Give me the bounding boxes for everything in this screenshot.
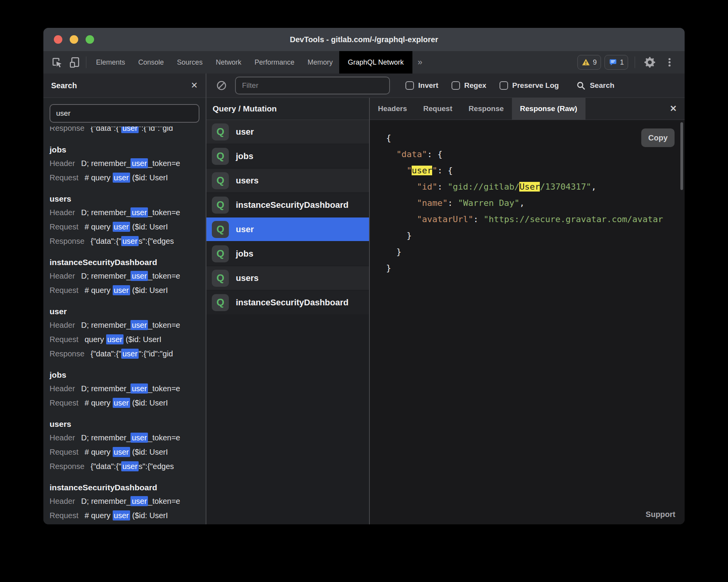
query-badge-icon: Q (212, 172, 229, 189)
result-group-title[interactable]: users (50, 419, 206, 429)
checkbox-label: Regex (464, 81, 486, 90)
search-results: jobsHeaderD; remember_user_token=eReques… (50, 145, 206, 523)
tab-elements[interactable]: Elements (89, 51, 132, 74)
result-line-header[interactable]: HeaderD; remember_user_token=e (50, 494, 206, 508)
devtools-tabs: ElementsConsoleSourcesNetworkPerformance… (89, 51, 412, 74)
minimize-window-button[interactable] (70, 35, 78, 44)
inspect-element-icon[interactable] (49, 54, 65, 70)
detail-panel-close-icon[interactable]: ✕ (670, 104, 677, 114)
query-list-item-jobs[interactable]: Qjobs (206, 144, 369, 168)
checkbox-invert[interactable]: Invert (405, 81, 438, 90)
detail-tab-response-raw[interactable]: Response (Raw) (512, 98, 585, 120)
query-panel-title: Query / Mutation (213, 104, 277, 113)
result-group-users: usersHeaderD; remember_user_token=eReque… (50, 419, 206, 474)
result-line-label: Header (50, 433, 75, 442)
title-bar: DevTools - gitlab.com/-/graphql-explorer (43, 28, 685, 51)
query-list-item-user[interactable]: Quser (206, 120, 369, 144)
device-toolbar-icon[interactable] (67, 54, 83, 70)
copy-button[interactable]: Copy (641, 128, 675, 147)
detail-scrollbar-thumb[interactable] (680, 122, 683, 190)
clear-log-icon[interactable] (213, 77, 230, 94)
result-group-title[interactable]: user (50, 307, 206, 316)
tabbar-spacer (428, 51, 577, 74)
query-list-item-jobs[interactable]: Qjobs (206, 242, 369, 265)
zoom-window-button[interactable] (86, 35, 94, 44)
json-line: } (386, 260, 685, 276)
search-control-label: Search (590, 81, 614, 90)
tab-graphql-network[interactable]: GraphQL Network (339, 51, 412, 74)
result-line-response[interactable]: Response{"data":{"user":{"id":"gid (50, 347, 206, 361)
query-list-item-users[interactable]: Qusers (206, 266, 369, 290)
toolbar-icons (43, 51, 83, 74)
result-line-request[interactable]: Request# query user ($id: UserI (50, 396, 206, 410)
search-panel-close-icon[interactable]: ✕ (191, 81, 198, 90)
tab-performance[interactable]: Performance (248, 51, 301, 74)
query-list-item-users[interactable]: Qusers (206, 169, 369, 192)
json-line: { (386, 130, 685, 146)
kebab-menu-icon[interactable] (661, 54, 678, 70)
result-line-request[interactable]: Request# query user ($id: UserI (50, 508, 206, 523)
result-group-title[interactable]: users (50, 194, 206, 204)
match-highlight: user (113, 398, 130, 408)
result-line-request[interactable]: Request# query user ($id: UserI (50, 283, 206, 298)
search-control[interactable]: Search (576, 80, 614, 91)
result-line-header[interactable]: HeaderD; remember_user_token=e (50, 269, 206, 283)
query-badge-icon: Q (212, 270, 229, 287)
more-tabs-chevron-icon[interactable]: » (412, 51, 428, 74)
detail-tab-request[interactable]: Request (415, 98, 460, 120)
settings-gear-icon[interactable] (642, 54, 658, 70)
result-group-title[interactable]: instanceSecurityDashboard (50, 258, 206, 267)
tab-network[interactable]: Network (209, 51, 248, 74)
query-list-item-instancesecuritydashboard[interactable]: QinstanceSecurityDashboard (206, 193, 369, 217)
filter-input[interactable] (235, 77, 390, 94)
result-line-label: Header (50, 272, 75, 280)
clipped-result-line[interactable]: Response{"data":{"user":{"id":"gid (50, 127, 206, 136)
result-line-request[interactable]: Requestquery user ($id: UserI (50, 332, 206, 347)
detail-tab-response[interactable]: Response (460, 98, 512, 120)
result-line-label: Request (50, 335, 79, 344)
result-group-title[interactable]: jobs (50, 145, 206, 154)
query-item-label: instanceSecurityDashboard (236, 298, 349, 308)
checkbox-preserve-log[interactable]: Preserve Log (500, 81, 559, 90)
query-list-item-instancesecuritydashboard[interactable]: QinstanceSecurityDashboard (206, 291, 369, 314)
search-panel-header: Search ✕ (43, 74, 206, 98)
query-badge-icon: Q (212, 123, 229, 140)
result-line-label: Response (50, 237, 84, 245)
tabbar-right-controls: 9 1 (577, 51, 685, 74)
query-list-item-user[interactable]: Quser (206, 217, 369, 241)
filter-checkboxes: InvertRegexPreserve Log (405, 81, 559, 90)
search-input[interactable] (50, 104, 199, 123)
support-link[interactable]: Support (646, 510, 675, 519)
issues-badge[interactable]: 1 (604, 55, 628, 70)
checkbox-box-invert[interactable] (405, 81, 414, 90)
query-item-label: instanceSecurityDashboard (236, 200, 349, 210)
result-line-request[interactable]: Request# query user ($id: UserI (50, 171, 206, 185)
match-highlight: user (130, 158, 148, 168)
result-line-header[interactable]: HeaderD; remember_user_token=e (50, 318, 206, 332)
result-group-title[interactable]: jobs (50, 370, 206, 380)
result-line-response[interactable]: Response{"data":{"user":{"id":"gid (50, 127, 206, 135)
query-badge-icon: Q (212, 197, 229, 214)
warnings-badge[interactable]: 9 (577, 55, 601, 70)
checkbox-box-preserve-log[interactable] (500, 81, 508, 90)
result-line-request[interactable]: Request# query user ($id: UserI (50, 445, 206, 459)
result-line-request[interactable]: Request# query user ($id: UserI (50, 220, 206, 234)
result-line-label: Header (50, 321, 75, 329)
detail-tab-headers[interactable]: Headers (370, 98, 415, 120)
tab-sources[interactable]: Sources (170, 51, 209, 74)
result-line-response[interactable]: Response{"data":{"users":{"edges (50, 459, 206, 474)
result-line-header[interactable]: HeaderD; remember_user_token=e (50, 205, 206, 220)
result-line-header[interactable]: HeaderD; remember_user_token=e (50, 431, 206, 445)
result-group-title[interactable]: instanceSecurityDashboard (50, 483, 206, 492)
checkbox-regex[interactable]: Regex (452, 81, 486, 90)
result-line-response[interactable]: Response{"data":{"users":{"edges (50, 234, 206, 248)
result-line-label: Request (50, 511, 79, 520)
result-line-header[interactable]: HeaderD; remember_user_token=e (50, 156, 206, 171)
close-window-button[interactable] (54, 35, 62, 44)
result-line-header[interactable]: HeaderD; remember_user_token=e (50, 382, 206, 396)
checkbox-box-regex[interactable] (452, 81, 460, 90)
tab-memory[interactable]: Memory (301, 51, 339, 74)
tab-console[interactable]: Console (132, 51, 170, 74)
match-highlight: user (113, 285, 130, 295)
message-icon (609, 58, 617, 67)
